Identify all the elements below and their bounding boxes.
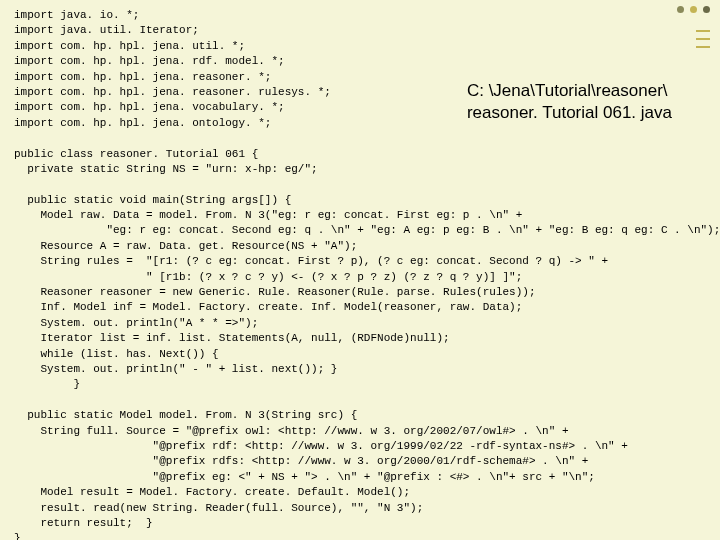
- file-path-line1: C: \Jena\Tutorial\reasoner\: [467, 80, 672, 102]
- file-path-label: C: \Jena\Tutorial\reasoner\ reasoner. Tu…: [467, 80, 672, 124]
- file-path-line2: reasoner. Tutorial 061. java: [467, 102, 672, 124]
